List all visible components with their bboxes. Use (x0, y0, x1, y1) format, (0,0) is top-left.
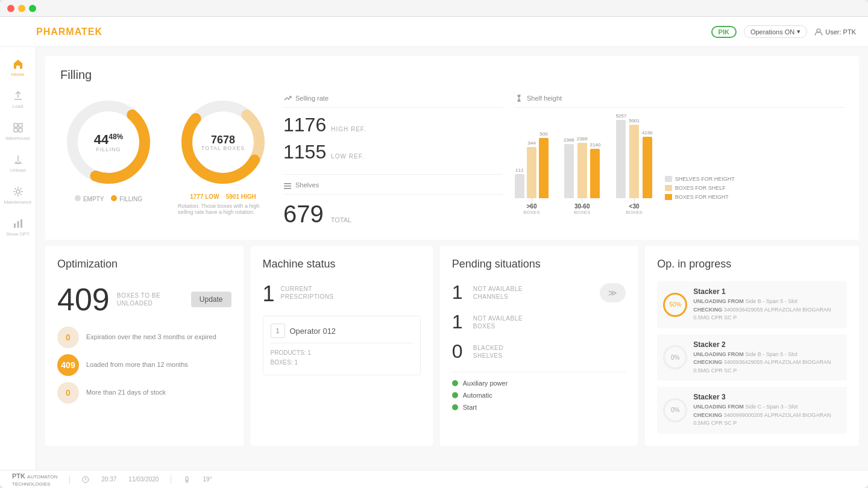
bar-60-shelf (527, 147, 536, 198)
stacker-pct-2: 0% (663, 345, 687, 369)
user-info: User: PTK (814, 28, 856, 36)
pending-title: Pending situations (452, 258, 626, 271)
pending-label-shelves: BLACKEDSHELVES (473, 344, 503, 360)
maximize-button[interactable] (29, 5, 36, 12)
selling-rates: 1176 HIGH REF. 1155 LOW REF. Shelves (283, 114, 503, 228)
pending-label-boxes: NOT AVAILABLEBOXES (473, 314, 523, 330)
shelves-row: Shelves 679 TOTAL (283, 174, 503, 228)
bar-group-30minus: 5257 5001 4150 (615, 114, 652, 215)
opt-list: 0 Expiration over the next 3 months or e… (57, 327, 231, 404)
status-start: Start (452, 404, 626, 411)
sidebar-item-home[interactable]: Home (0, 53, 36, 82)
bar-30m-shelf (629, 125, 639, 198)
upload-icon (12, 90, 24, 102)
stacker-list: 50% Stacker 1 UNLOADING FROM Side B - Sp… (657, 281, 847, 434)
pending-num-boxes: 1 (452, 311, 467, 333)
current-rx: 1 CURRENT PRESCRIPTIONS (263, 281, 421, 307)
stacker-name-2: Stacker 2 (693, 340, 841, 349)
svg-rect-9 (20, 219, 22, 228)
filling-label: FILLING (94, 146, 124, 152)
update-button[interactable]: Update (191, 292, 231, 307)
pending-num-shelves: 0 (452, 340, 467, 363)
op-header: 1 Operator 012 (271, 324, 413, 343)
machine-status-panel: Machine status 1 CURRENT PRESCRIPTIONS 1… (251, 246, 433, 446)
pending-label-channels: NOT AVAILABLECHANNELS (473, 285, 523, 301)
footer-divider-2 (171, 475, 171, 484)
sidebar-item-load[interactable]: Load (0, 85, 36, 114)
filling-legend: EMPTY FILLING (75, 195, 142, 202)
top-nav: PHARMATEK PIK Operations ON ▾ User: PTK (0, 17, 868, 47)
svg-rect-8 (17, 221, 19, 228)
bottom-panels: Optimization 409 BOXES TO BE UNLOADED Up… (45, 246, 859, 446)
close-button[interactable] (7, 5, 14, 12)
legend-boxes-height (665, 194, 672, 200)
opt-main: 409 BOXES TO BE UNLOADED Update (57, 281, 231, 318)
boxes-label: TOTAL BOXES (201, 145, 245, 151)
minimize-button[interactable] (18, 5, 25, 12)
status-automatic: Automatic (452, 392, 626, 399)
pik-badge[interactable]: PIK (711, 26, 737, 38)
sidebar-item-maintenance[interactable]: Maintenance (0, 181, 36, 210)
pending-item-boxes: 1 NOT AVAILABLEBOXES (452, 311, 626, 333)
sidebar-item-show-opt[interactable]: Show OPT (0, 213, 36, 242)
footer: PTK AUTOMATONTECHNOLOGIES 20:37 11/03/20… (0, 470, 868, 488)
gear-icon (12, 186, 24, 198)
footer-logo: PTK AUTOMATONTECHNOLOGIES (12, 472, 57, 487)
stacker-pct-1: 50% (663, 293, 687, 317)
stacker-item-3: 0% Stacker 3 UNLOADING FROM Side C - Spa… (657, 387, 847, 434)
status-aux-power: Auxiliary power (452, 380, 626, 387)
channels-arrow-button[interactable]: ≫ (600, 283, 626, 302)
shelves-icon (283, 181, 292, 189)
page-title: Filling (60, 68, 844, 82)
opt-text-12months: Loaded from more than 12 months (86, 360, 188, 369)
op-details: PRODUCTS: 1 BOXES: 1 (271, 348, 413, 368)
filling-donut-center: 4448% FILLING (94, 132, 124, 152)
boxes-donut: 7678 TOTAL BOXES (175, 94, 271, 190)
bar-3060-shelf (577, 143, 587, 198)
sidebar-item-warehouse[interactable]: Warehouse (0, 117, 36, 146)
opt-circle-409: 409 (57, 354, 79, 376)
low-rate-row: 1155 LOW REF. (283, 141, 503, 163)
filling-value: 4448% (94, 132, 124, 148)
svg-rect-17 (284, 188, 291, 189)
titlebar (0, 0, 868, 17)
machine-title: Machine status (263, 258, 421, 271)
status-dot-start (452, 404, 458, 410)
svg-rect-16 (284, 186, 291, 187)
stacker-pct-3: 0% (663, 398, 687, 422)
opt-item-expiration: 0 Expiration over the next 3 months or e… (57, 327, 231, 348)
home-label: Home (11, 72, 24, 77)
bar-group-30-60: 2366 2389 2140 (564, 114, 600, 215)
shelf-height-icon (515, 94, 523, 102)
pending-panel: Pending situations 1 NOT AVAILABLECHANNE… (440, 246, 638, 446)
bar-3060-shelves (564, 144, 574, 198)
op-name: Operator 012 (290, 327, 336, 336)
stacker-detail-3: UNLOADING FROM Side C - Span 3 - Slot CH… (693, 403, 841, 428)
stacker-detail-1: UNLOADING FROM Side B - Span 5 - Slot CH… (693, 298, 841, 322)
clock-icon (82, 476, 89, 483)
bar-3060-height (590, 149, 600, 198)
chart-icon (12, 217, 24, 230)
bar-30m-shelves (616, 120, 626, 198)
main-content: Filling 4448% FILLING (36, 47, 868, 470)
operations-dropdown[interactable]: Operations ON ▾ (744, 25, 807, 38)
home-icon (12, 58, 24, 70)
metrics-section: Selling rate 1176 HIGH REF. 1155 LOW REF… (283, 94, 844, 228)
pending-list: 1 NOT AVAILABLECHANNELS ≫ 1 NOT AVAILABL… (452, 281, 626, 363)
optimization-panel: Optimization 409 BOXES TO BE UNLOADED Up… (45, 246, 244, 446)
stacker-detail-2: UNLOADING FROM Side B - Span 5 - Slot CH… (693, 351, 841, 375)
sidebar-item-unload[interactable]: Unload (0, 149, 36, 178)
bars-30-60: 2366 2389 2140 (564, 114, 600, 198)
boxes-legend: 1777 LOW 5901 HIGH (190, 193, 256, 200)
rx-label: CURRENT PRESCRIPTIONS (281, 285, 334, 301)
stacker-name-3: Stacker 3 (693, 393, 841, 401)
bar-30m-height (643, 137, 652, 198)
brand-logo: PHARMATEK (36, 27, 102, 37)
bar-groups: 111 344 500 (515, 114, 653, 215)
selling-rate-header: Selling rate (283, 94, 503, 108)
status-dot-auto (452, 392, 458, 398)
bars-30minus: 5257 5001 4150 (615, 114, 652, 198)
filling-donut-container: 4448% FILLING EMPTY FILLING (60, 94, 157, 202)
footer-temp: 19° (203, 476, 212, 483)
svg-rect-2 (14, 124, 17, 127)
